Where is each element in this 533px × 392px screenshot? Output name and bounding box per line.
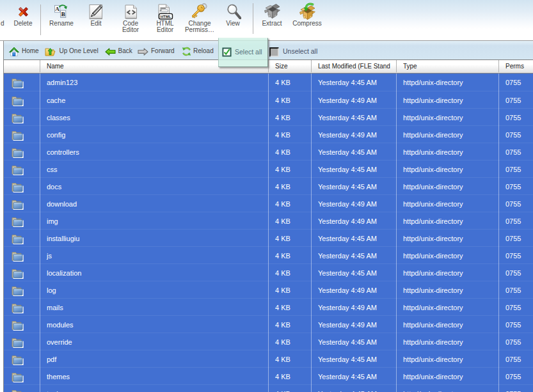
svg-text:B: B <box>61 11 65 17</box>
svg-text:HTML: HTML <box>161 15 171 19</box>
